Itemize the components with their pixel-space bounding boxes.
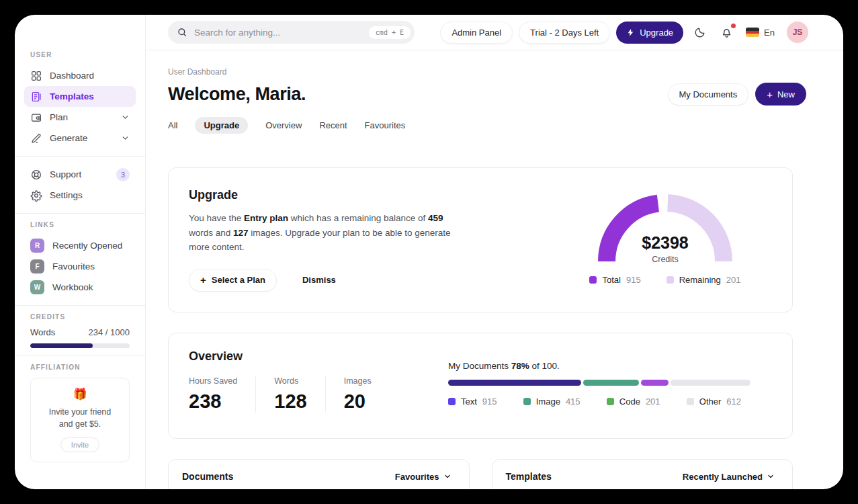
bar-segment-image [583,380,639,386]
upgrade-button[interactable]: Upgrade [616,22,683,44]
notification-dot [731,24,736,28]
tab-favourites[interactable]: Favourites [365,120,406,130]
sidebar-item-support[interactable]: Support 3 [24,164,136,185]
sidebar-item-label: Support [50,169,81,179]
sidebar-item-plan[interactable]: Plan [24,107,136,128]
legend-item-remaining: Remaining 201 [667,275,741,285]
new-button[interactable]: + New [755,83,806,106]
tab-upgrade[interactable]: Upgrade [195,117,248,134]
chevron-down-icon [443,472,452,480]
dashboard-grid-icon [30,70,42,82]
chevron-down-icon [121,134,130,142]
legend-swatch [589,276,597,284]
wallet-icon [30,112,42,124]
gauge-legend: Total 915 Remaining 201 [589,275,740,285]
sidebar-link-workbook[interactable]: W Workbook [24,277,136,298]
dismiss-button[interactable]: Dismiss [298,274,340,286]
gauge-center-label: Credits [591,255,740,264]
dark-mode-toggle[interactable] [689,26,710,39]
overview-card-title: Overview [189,349,372,364]
gift-icon: 🎁 [36,387,124,401]
language-selector[interactable]: En [743,28,777,38]
legend-item-total: Total 915 [589,275,640,285]
sidebar-item-generate[interactable]: Generate [24,128,136,149]
sidebar-link-recently-opened[interactable]: R Recently Opened [24,235,136,256]
overview-card: Overview Hours Saved 238 Words 128 Image… [168,333,793,439]
stacked-progress-bar [448,380,750,386]
documents-card-title: Documents [182,471,233,482]
chevron-down-icon [121,113,130,122]
legend-swatch [607,398,614,405]
link-label: Recently Opened [52,241,122,251]
lifebuoy-icon [30,169,42,181]
moon-icon [693,26,706,39]
affiliation-text: Invite your friend and get $5. [36,406,124,430]
german-flag-icon [746,28,759,37]
app-window: USER Dashboard Templates Plan Generate [15,15,843,489]
documents-progress: My Documents 78% of 100. Text 915 [448,349,750,421]
credits-words-label: Words [30,327,55,337]
sidebar-divider [15,355,145,356]
plus-icon: + [767,89,773,99]
invite-button[interactable]: Invite [60,437,99,452]
my-documents-button[interactable]: My Documents [668,83,749,106]
sidebar-link-favourites[interactable]: F Favourites [24,256,136,277]
language-label: En [764,28,775,38]
chevron-down-icon [767,472,775,480]
link-initial-badge: F [30,259,44,274]
lightning-icon [626,28,635,37]
link-label: Workbook [52,282,93,292]
progress-caption: My Documents 78% of 100. [448,361,750,371]
documents-filter-dropdown[interactable]: Favourites [391,471,456,482]
legend-item-image: Image 415 [523,396,581,407]
sidebar-section-credits-label: CREDITS [30,313,130,321]
sidebar-item-label: Plan [50,112,68,122]
sidebar-item-dashboard[interactable]: Dashboard [24,65,136,86]
link-label: Favourites [52,261,95,271]
stat-words: Words 128 [274,376,325,413]
page-title: Welcome, Maria. [168,84,306,105]
stats-row: Hours Saved 238 Words 128 Images 20 [189,376,372,413]
sidebar-item-label: Settings [50,190,83,200]
templates-card: Templates Recently Launched Blog Post Ti… [492,459,793,489]
admin-panel-button[interactable]: Admin Panel [440,22,513,44]
link-initial-badge: W [30,280,44,294]
sidebar-item-label: Dashboard [50,71,94,81]
credits-progress-bar [30,343,130,348]
search-input[interactable] [193,27,363,38]
search-shortcut-badge: cmd + E [369,26,411,39]
sidebar-item-label: Generate [50,133,87,143]
legend-item-other: Other 612 [687,396,741,407]
gear-icon [30,190,42,202]
legend-item-text: Text 915 [448,396,497,407]
sidebar: USER Dashboard Templates Plan Generate [15,15,146,489]
user-avatar[interactable]: JS [787,22,808,43]
search-bar[interactable]: cmd + E [168,21,415,44]
support-count-badge: 3 [116,168,130,181]
legend-swatch [667,276,674,284]
gauge-center-value: $2398 [591,233,740,253]
tab-recent[interactable]: Recent [319,120,347,130]
bar-segment-code [641,380,669,386]
bar-segment-other [671,380,750,386]
sidebar-divider [15,213,145,214]
credits-words-value: 234 / 1000 [89,327,130,337]
pencil-icon [30,132,42,144]
progress-legend: Text 915 Image 415 Code 201 [448,396,750,407]
sidebar-section-affiliation-label: AFFILIATION [30,364,130,371]
legend-swatch [448,398,456,405]
stat-images: Images 20 [344,376,372,413]
sidebar-item-templates[interactable]: Templates [24,86,136,107]
main-area: cmd + E Admin Panel Trial - 2 Days Left … [146,15,843,489]
trial-status-button[interactable]: Trial - 2 Days Left [519,22,610,44]
templates-card-title: Templates [506,471,552,482]
stat-hours-saved: Hours Saved 238 [189,376,256,413]
notifications-button[interactable] [716,26,737,39]
sidebar-item-settings[interactable]: Settings [24,185,136,206]
select-plan-button[interactable]: + Select a Plan [189,269,277,292]
link-initial-badge: R [30,239,44,253]
bell-icon [720,26,733,39]
templates-filter-dropdown[interactable]: Recently Launched [679,471,779,482]
tab-all[interactable]: All [168,120,177,130]
tab-overview[interactable]: Overview [265,120,302,130]
